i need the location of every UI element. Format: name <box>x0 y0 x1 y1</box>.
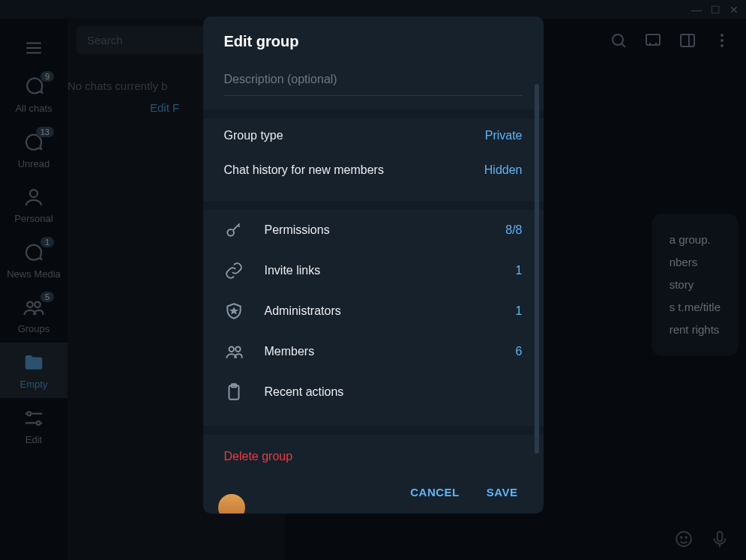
row-permissions[interactable]: Permissions 8/8 <box>203 210 544 250</box>
svg-point-27 <box>227 229 234 236</box>
divider <box>203 426 544 435</box>
description-input[interactable]: Description (optional) <box>224 68 523 96</box>
cancel-button[interactable]: CANCEL <box>410 486 460 499</box>
delete-group-button[interactable]: Delete group <box>203 435 544 472</box>
row-value: Private <box>485 129 523 142</box>
people-icon <box>224 342 244 361</box>
clipboard-icon <box>224 382 244 402</box>
edit-group-dialog: Edit group Description (optional) Group … <box>203 16 544 514</box>
row-invite-links[interactable]: Invite links 1 <box>203 250 544 291</box>
link-icon <box>224 261 244 280</box>
row-value: 1 <box>516 304 523 318</box>
row-chat-history[interactable]: Chat history for new members Hidden <box>203 153 544 187</box>
row-value: 8/8 <box>505 223 522 237</box>
row-label: Permissions <box>265 223 506 237</box>
row-recent-actions[interactable]: Recent actions <box>203 372 544 412</box>
shield-star-icon <box>224 301 244 321</box>
dialog-scrollbar[interactable] <box>535 84 539 454</box>
chat-row-peek <box>218 494 245 514</box>
row-label: Administrators <box>265 304 516 318</box>
divider <box>203 109 544 118</box>
row-value: 6 <box>516 345 523 358</box>
row-value: 1 <box>516 264 523 277</box>
row-label: Members <box>265 345 516 358</box>
key-icon <box>224 220 244 240</box>
divider <box>203 201 544 210</box>
row-administrators[interactable]: Administrators 1 <box>203 291 544 331</box>
row-value: Hidden <box>484 163 523 177</box>
svg-point-29 <box>235 347 241 352</box>
row-label: Invite links <box>265 264 516 277</box>
svg-point-28 <box>229 347 234 352</box>
row-label: Chat history for new members <box>224 163 484 177</box>
dialog-title: Edit group <box>203 16 544 61</box>
row-label: Group type <box>224 129 485 142</box>
save-button[interactable]: SAVE <box>487 486 518 499</box>
row-members[interactable]: Members 6 <box>203 331 544 372</box>
row-label: Recent actions <box>265 385 523 399</box>
modal-overlay[interactable]: Edit group Description (optional) Group … <box>0 0 746 560</box>
row-group-type[interactable]: Group type Private <box>203 118 544 153</box>
avatar <box>218 494 245 514</box>
dialog-actions: CANCEL SAVE <box>203 472 544 514</box>
